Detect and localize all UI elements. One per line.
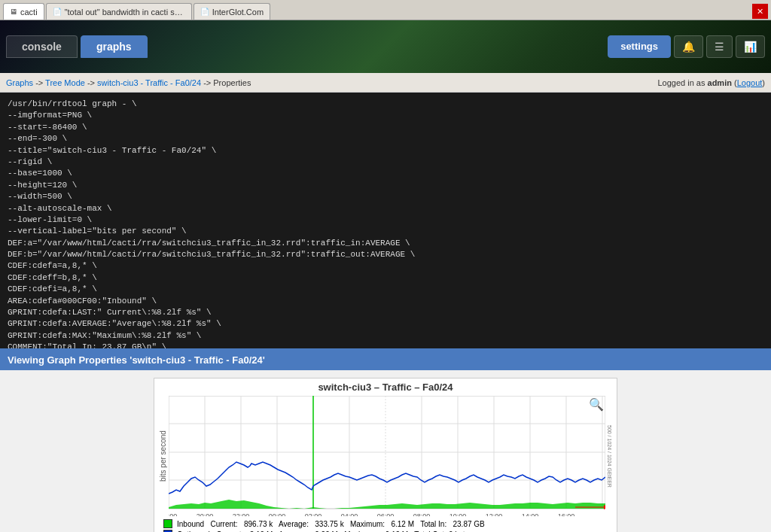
svg-text:14:00: 14:00 [522, 512, 539, 516]
svg-text:04:00: 04:00 [341, 512, 358, 516]
cmd-line: CDEF:cdeff=b,8,* \ [8, 272, 763, 284]
header-nav: console graphs [6, 35, 148, 58]
cmd-line: --rigid \ [8, 157, 763, 168]
cmd-line: CDEF:cdefa=a,8,* \ [8, 260, 763, 272]
svg-text:08:00: 08:00 [413, 512, 431, 516]
tab-bar: 🖥 cacti 📄 "total out" bandwidth in cacti… [0, 0, 771, 20]
cmd-line: --lower-limit=0 \ [8, 214, 763, 226]
logout-link[interactable]: Logout [737, 78, 763, 87]
close-browser-button[interactable]: ✕ [752, 4, 768, 19]
breadcrumb: Graphs -> Tree Mode -> switch-ciu3 - Tra… [6, 78, 251, 87]
svg-text:10:00: 10:00 [449, 512, 467, 516]
breadcrumb-switch[interactable]: switch-ciu3 - Traffic - Fa0/24 [97, 78, 201, 87]
cmd-line: --base=1000 \ [8, 168, 763, 179]
command-lines: /usr/bin/rrdtool graph - \--imgformat=PN… [8, 99, 763, 348]
cmd-line: /usr/bin/rrdtool graph - \ [8, 99, 763, 110]
nav-tab-console[interactable]: console [6, 35, 78, 58]
zoom-icon[interactable]: 🔍 [589, 397, 604, 412]
legend-item-inbound: Inbound Current: 896.73 k Average: 333.7… [163, 519, 608, 528]
browser-chrome: 🖥 cacti 📄 "total out" bandwidth in cacti… [0, 0, 771, 20]
svg-text:06:00: 06:00 [377, 512, 395, 516]
graph-wrapper: switch-ciu3 – Traffic – Fa0/24 bits per … [154, 378, 617, 532]
browser-tab-interglot[interactable]: 📄 InterGlot.Com [194, 3, 270, 20]
graph-right-label: 500 / 1024 / 1024 GEtEER [605, 396, 614, 516]
cmd-line: --end=-300 \ [8, 133, 763, 144]
tab-label-total-out: "total out" bandwidth in cacti stays zer… [65, 8, 185, 17]
svg-text:22:00: 22:00 [233, 512, 250, 516]
cmd-line: COMMENT:"Total In: 23.87 GB\n" \ [8, 342, 763, 348]
cmd-line: CDEF:cdefi=a,8,* \ [8, 284, 763, 295]
nav-tabs: console graphs [6, 35, 148, 58]
svg-text:16:00: 16:00 [558, 512, 575, 516]
svg-marker-25 [604, 505, 605, 509]
command-output: /usr/bin/rrdtool graph - \--imgformat=PN… [0, 93, 771, 348]
legend: Inbound Current: 896.73 k Average: 333.7… [157, 516, 614, 532]
breadcrumb-graphs[interactable]: Graphs [6, 78, 33, 87]
tab-icon-total-out: 📄 [53, 8, 62, 16]
svg-text:02:00: 02:00 [305, 512, 322, 516]
cmd-line: GPRINT:cdefa:AVERAGE:"Average\:%8.2lf %s… [8, 318, 763, 330]
graph-panel-title: Viewing Graph Properties 'switch-ciu3 - … [8, 354, 265, 366]
tab-icon-interglot: 📄 [200, 8, 209, 16]
legend-color-inbound [163, 519, 172, 528]
browser-tab-cacti[interactable]: 🖥 cacti [3, 3, 44, 20]
graph-container: switch-ciu3 – Traffic – Fa0/24 bits per … [0, 370, 771, 532]
graph-panel-header: Viewing Graph Properties 'switch-ciu3 - … [0, 350, 771, 370]
graph-title: switch-ciu3 – Traffic – Fa0/24 [157, 382, 614, 393]
tab-label-cacti: cacti [20, 8, 38, 17]
chart-button[interactable]: 📊 [736, 35, 765, 58]
breadcrumb-bar: Graphs -> Tree Mode -> switch-ciu3 - Tra… [0, 73, 771, 93]
bell-button[interactable]: 🔔 [674, 35, 703, 58]
cmd-line: GPRINT:cdefa:LAST:" Current\:%8.2lf %s" … [8, 307, 763, 318]
list-button[interactable]: ☰ [706, 35, 733, 58]
graph-panel: Viewing Graph Properties 'switch-ciu3 - … [0, 348, 771, 532]
svg-text:00:00: 00:00 [269, 512, 286, 516]
cmd-line: --start=-86400 \ [8, 122, 763, 133]
cmd-line: --height=120 \ [8, 180, 763, 191]
settings-button[interactable]: settings [608, 35, 671, 58]
cmd-line: --width=500 \ [8, 191, 763, 202]
header-actions: settings 🔔 ☰ 📊 [608, 35, 765, 58]
breadcrumb-tree-mode[interactable]: Tree Mode [45, 78, 85, 87]
app-header: console graphs settings 🔔 ☰ 📊 [0, 20, 771, 73]
svg-text:18:00: 18:00 [169, 512, 177, 516]
cmd-line: GPRINT:cdefa:MAX:"Maximum\:%8.2lf %s" \ [8, 330, 763, 342]
cmd-line: --alt-autoscale-max \ [8, 203, 763, 214]
cmd-line: --imgformat=PNG \ [8, 110, 763, 121]
browser-tab-total-out[interactable]: 📄 "total out" bandwidth in cacti stays z… [46, 3, 192, 20]
logged-in-text: Logged in as admin ( [657, 78, 736, 87]
breadcrumb-properties: Properties [213, 78, 251, 87]
svg-text:12:00: 12:00 [486, 512, 503, 516]
graph-area: bits per second [157, 396, 614, 516]
graph-content: 6.0 M 4.0 M 2.0 M 0.0 18:00 20:00 22:00 … [169, 396, 605, 516]
cmd-line: DEF:a="/var/www/html/cacti/rra/switchciu… [8, 238, 763, 249]
tab-icon-cacti: 🖥 [10, 8, 17, 16]
cmd-line: --vertical-label="bits per second" \ [8, 226, 763, 237]
graph-svg: 6.0 M 4.0 M 2.0 M 0.0 18:00 20:00 22:00 … [169, 396, 605, 516]
svg-text:20:00: 20:00 [197, 512, 214, 516]
login-info: Logged in as admin (Logout) [657, 78, 765, 87]
cmd-line: AREA:cdefa#000CF00:"Inbound" \ [8, 296, 763, 307]
legend-label-inbound: Inbound Current: 896.73 k Average: 333.7… [177, 520, 485, 528]
cmd-line: --title="switch-ciu3 - Traffic - Fa0/24"… [8, 145, 763, 157]
tab-label-interglot: InterGlot.Com [212, 8, 264, 17]
cmd-line: DEF:b="/var/www/html/cacti/rra/switchciu… [8, 249, 763, 260]
nav-tab-graphs[interactable]: graphs [81, 35, 148, 58]
y-axis-label: bits per second [157, 396, 169, 516]
